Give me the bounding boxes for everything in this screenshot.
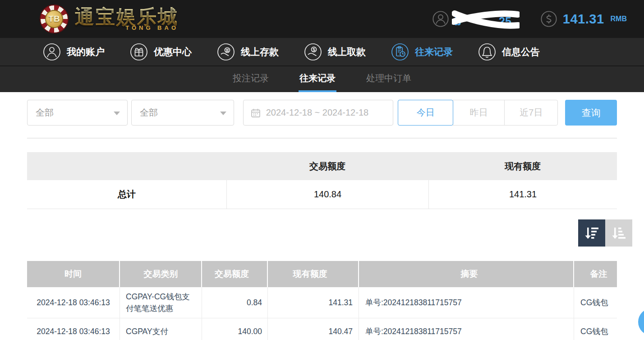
dollar-circle-icon (540, 10, 557, 28)
table-row: 2024-12-18 03:46:13 CGPAY支付 140.00 140.4… (27, 318, 617, 340)
main-nav: 我的账户 优惠中心 线上存款 (0, 38, 644, 65)
row-remark: CG钱包 (574, 318, 617, 340)
balance[interactable]: 141.31 RMB (540, 10, 627, 28)
nav-online-deposit[interactable]: 线上存款 (217, 43, 279, 61)
nav-promotions[interactable]: 优惠中心 (130, 43, 192, 61)
sort-ascending-button[interactable] (605, 219, 632, 247)
nav-label: 信息公告 (502, 46, 540, 58)
tab-betting-records[interactable]: 投注记录 (232, 66, 270, 92)
redaction-scribble (452, 9, 520, 31)
yesterday-button[interactable]: 昨日 (453, 100, 505, 126)
transaction-category-select[interactable]: 全部 (131, 100, 234, 126)
col-header-remark: 备注 (574, 261, 617, 287)
transaction-type-select[interactable]: 全部 (27, 100, 128, 126)
summary-table: 交易额度 现有额度 总计 140.84 141.31 (27, 152, 617, 209)
row-amount: 140.00 (202, 318, 268, 340)
tab-pending-orders[interactable]: 处理中订单 (365, 66, 412, 92)
col-header-summary: 摘要 (359, 261, 574, 287)
table-row: 2024-12-18 03:46:13 CGPAY-CG钱包支付笔笔送优惠 0.… (27, 287, 617, 318)
row-time: 2024-12-18 03:46:13 (27, 287, 120, 318)
records-table: 时间 交易类别 交易额度 现有额度 摘要 备注 2024-12-18 03:46… (27, 261, 617, 340)
chip-monogram: TB (41, 5, 68, 33)
row-summary: 单号:202412183811715757 (359, 287, 574, 318)
sort-descending-icon (584, 225, 600, 241)
summary-header-row: 交易额度 现有额度 (27, 152, 617, 180)
sort-ascending-icon (611, 225, 627, 241)
nav-online-withdrawal[interactable]: 线上取款 (304, 43, 366, 61)
row-type: CGPAY-CG钱包支付笔笔送优惠 (120, 287, 202, 318)
summary-header-balance: 现有额度 (428, 160, 617, 172)
brand-text: 通宝娱乐城 TONG BAO (75, 7, 179, 31)
summary-total-amount: 140.84 (226, 180, 428, 209)
balance-currency: RMB (611, 15, 627, 23)
nav-label: 线上取款 (328, 46, 366, 58)
row-balance: 140.47 (268, 318, 359, 340)
user-circle-icon (432, 10, 449, 28)
record-subtabs: 投注记录 往来记录 处理中订单 (0, 65, 644, 92)
nav-label: 往来记录 (415, 46, 453, 58)
sort-controls (0, 219, 632, 247)
summary-total-label: 总计 (27, 188, 226, 200)
sort-descending-button[interactable] (578, 219, 605, 247)
withdraw-hand-dollar-icon (304, 43, 322, 61)
row-type: CGPAY支付 (120, 318, 202, 340)
row-time: 2024-12-18 03:46:13 (27, 318, 120, 340)
query-button[interactable]: 查询 (565, 100, 617, 126)
deposit-hand-coin-icon (217, 43, 235, 61)
nav-announcements[interactable]: 信息公告 (478, 43, 540, 61)
row-remark: CG钱包 (574, 287, 617, 318)
date-range-input[interactable]: 2024-12-18 ~ 2024-12-18 (243, 100, 394, 126)
select-value: 全部 (36, 107, 54, 119)
today-button[interactable]: 今日 (398, 100, 453, 126)
chevron-down-icon (114, 112, 120, 115)
nav-transaction-records[interactable]: 往来记录 (391, 43, 453, 61)
quick-date-buttons: 今日 昨日 近7日 (398, 100, 558, 126)
gift-icon (130, 43, 148, 61)
user-account[interactable]: b 25 (432, 9, 514, 29)
last-7-days-button[interactable]: 近7日 (504, 100, 558, 126)
section-divider (27, 138, 617, 139)
col-header-amount: 交易额度 (202, 261, 268, 287)
select-value: 全部 (140, 107, 158, 119)
filter-bar: 全部 全部 2024-12-18 ~ 2024-12-18 今日 昨日 近7日 … (27, 100, 617, 126)
casino-chip-icon: TB (40, 5, 69, 33)
col-header-time: 时间 (27, 261, 120, 287)
balance-amount: 141.31 (563, 12, 604, 27)
row-amount: 0.84 (202, 287, 268, 318)
brand-logo[interactable]: TB 通宝娱乐城 TONG BAO (40, 5, 179, 33)
user-icon (43, 43, 61, 61)
records-header-row: 时间 交易类别 交易额度 现有额度 摘要 备注 (27, 261, 617, 287)
floating-action-button[interactable] (638, 308, 644, 335)
summary-total-balance: 141.31 (428, 180, 617, 209)
date-range-value: 2024-12-18 ~ 2024-12-18 (266, 107, 368, 118)
nav-label: 我的账户 (67, 46, 105, 58)
nav-my-account[interactable]: 我的账户 (43, 43, 105, 61)
bell-icon (478, 43, 496, 61)
col-header-type: 交易类别 (120, 261, 202, 287)
calendar-icon (251, 108, 261, 118)
chevron-down-icon (220, 112, 226, 115)
row-balance: 141.31 (268, 287, 359, 318)
summary-header-amount: 交易额度 (226, 160, 428, 172)
tab-transaction-records[interactable]: 往来记录 (299, 66, 336, 92)
username-redacted: b 25 (455, 9, 514, 29)
col-header-balance: 现有额度 (268, 261, 359, 287)
topbar-right: b 25 141.31 RMB (432, 9, 627, 29)
transaction-records-page: TB 通宝娱乐城 TONG BAO b 25 (0, 0, 644, 340)
records-clipboard-clock-icon (391, 43, 409, 61)
nav-label: 线上存款 (241, 46, 279, 58)
nav-label: 优惠中心 (154, 46, 192, 58)
top-header: TB 通宝娱乐城 TONG BAO b 25 (0, 0, 644, 38)
row-summary: 单号:202412183811715757 (359, 318, 574, 340)
summary-total-row: 总计 140.84 141.31 (27, 180, 617, 209)
